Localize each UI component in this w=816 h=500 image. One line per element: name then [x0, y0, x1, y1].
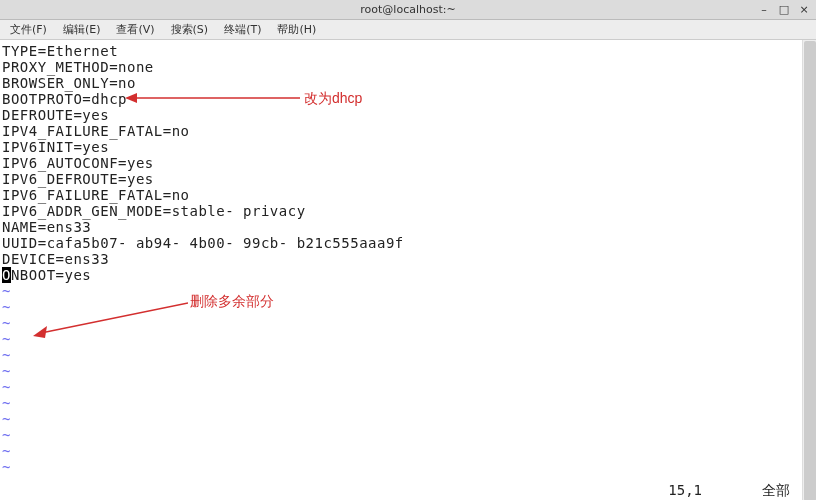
window-title: root@localhost:~: [360, 3, 455, 16]
line: PROXY_METHOD=none: [2, 59, 154, 75]
tilde: ~: [2, 331, 11, 347]
cursor-position: 15,1: [668, 482, 702, 500]
scrollbar-thumb[interactable]: [804, 41, 816, 500]
tilde: ~: [2, 347, 11, 363]
editor-area[interactable]: TYPE=Ethernet PROXY_METHOD=none BROWSER_…: [0, 40, 816, 500]
line: BOOTPROTO=dhcp: [2, 91, 127, 107]
line: IPV6_DEFROUTE=yes: [2, 171, 154, 187]
menu-view[interactable]: 查看(V): [110, 20, 160, 39]
window-titlebar: root@localhost:~ – □ ×: [0, 0, 816, 20]
tilde: ~: [2, 283, 11, 299]
tilde: ~: [2, 315, 11, 331]
menu-file[interactable]: 文件(F): [4, 20, 53, 39]
minimize-icon[interactable]: –: [758, 3, 770, 16]
menu-edit[interactable]: 编辑(E): [57, 20, 107, 39]
vim-statusbar: 15,1 全部: [0, 482, 802, 500]
menu-terminal[interactable]: 终端(T): [218, 20, 267, 39]
line: NBOOT=yes: [11, 267, 91, 283]
tilde: ~: [2, 299, 11, 315]
line: IPV6_FAILURE_FATAL=no: [2, 187, 190, 203]
window-controls: – □ ×: [758, 3, 810, 16]
tilde: ~: [2, 459, 11, 475]
menu-search[interactable]: 搜索(S): [165, 20, 215, 39]
tilde: ~: [2, 363, 11, 379]
tilde: ~: [2, 379, 11, 395]
maximize-icon[interactable]: □: [778, 3, 790, 16]
line: DEVICE=ens33: [2, 251, 109, 267]
cursor: O: [2, 267, 11, 283]
line: DEFROUTE=yes: [2, 107, 109, 123]
line: IPV6INIT=yes: [2, 139, 109, 155]
menu-help[interactable]: 帮助(H): [271, 20, 322, 39]
line: BROWSER_ONLY=no: [2, 75, 136, 91]
scroll-scope: 全部: [762, 482, 790, 500]
line: TYPE=Ethernet: [2, 43, 118, 59]
line: IPV6_ADDR_GEN_MODE=stable- privacy: [2, 203, 306, 219]
line: UUID=cafa5b07- ab94- 4b00- 99cb- b21c555…: [2, 235, 404, 251]
scrollbar-vertical[interactable]: [802, 40, 816, 500]
editor-content[interactable]: TYPE=Ethernet PROXY_METHOD=none BROWSER_…: [0, 40, 816, 478]
line: NAME=ens33: [2, 219, 91, 235]
menubar: 文件(F) 编辑(E) 查看(V) 搜索(S) 终端(T) 帮助(H): [0, 20, 816, 40]
tilde: ~: [2, 395, 11, 411]
line: IPV6_AUTOCONF=yes: [2, 155, 154, 171]
tilde: ~: [2, 427, 11, 443]
line: IPV4_FAILURE_FATAL=no: [2, 123, 190, 139]
close-icon[interactable]: ×: [798, 3, 810, 16]
tilde: ~: [2, 411, 11, 427]
tilde: ~: [2, 443, 11, 459]
